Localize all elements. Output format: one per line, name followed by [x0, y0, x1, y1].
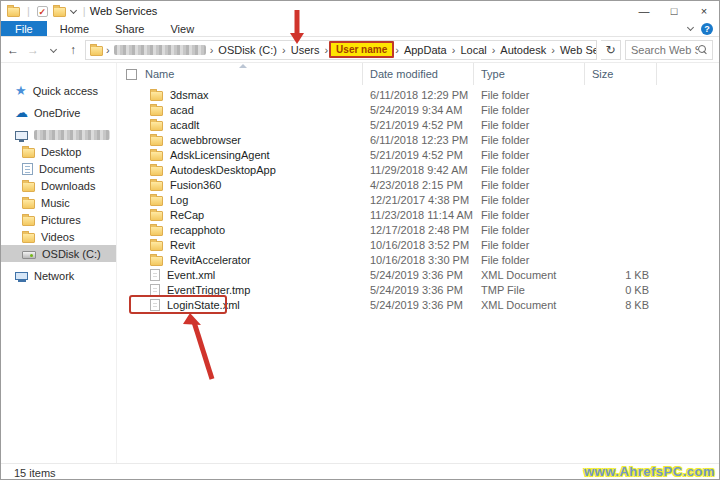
- column-header-size[interactable]: Size: [584, 63, 656, 85]
- forward-button[interactable]: →: [25, 43, 41, 57]
- file-row-loginstate-xml[interactable]: LoginState.xml5/24/2019 3:36 PMXML Docum…: [117, 297, 719, 312]
- file-type: File folder: [473, 239, 584, 251]
- file-row-acadlt[interactable]: acadlt5/21/2019 4:52 PMFile folder: [117, 117, 719, 132]
- file-row-eventtrigger-tmp[interactable]: EventTrigger.tmp5/24/2019 3:36 PMTMP Fil…: [117, 282, 719, 297]
- sidebar-item-desktop[interactable]: Desktop: [1, 143, 116, 160]
- sidebar-item-label: Desktop: [41, 146, 81, 158]
- back-button[interactable]: ←: [5, 43, 21, 57]
- breadcrumb-censored[interactable]: [114, 45, 206, 55]
- folder-icon: [150, 241, 163, 251]
- folder-icon: [22, 216, 35, 226]
- sidebar-item-osdisk-c-[interactable]: OSDisk (C:): [1, 245, 116, 262]
- file-name: ReCap: [170, 209, 204, 221]
- ribbon-tab-bar: FileHomeShareView ?: [1, 21, 719, 37]
- sidebar-item-network[interactable]: Network: [1, 267, 116, 284]
- address-bar[interactable]: › ›OSDisk (C:)›Users›User name›AppData›L…: [85, 40, 597, 60]
- file-row-event-xml[interactable]: Event.xml5/24/2019 3:36 PMXML Document1 …: [117, 267, 719, 282]
- sidebar-item-onedrive[interactable]: ☁OneDrive: [1, 104, 116, 121]
- maximize-button[interactable]: □: [659, 1, 689, 21]
- minimize-button[interactable]: —: [629, 1, 659, 21]
- up-button[interactable]: ↑: [65, 43, 81, 57]
- search-icon[interactable]: [698, 45, 707, 54]
- column-header-date-modified[interactable]: Date modified: [362, 63, 473, 85]
- sidebar-item-censored[interactable]: [1, 126, 116, 143]
- refresh-button[interactable]: ↻: [601, 40, 621, 60]
- breadcrumb-appdata[interactable]: AppData: [400, 42, 451, 58]
- file-row-revit[interactable]: Revit10/16/2018 3:52 PMFile folder: [117, 237, 719, 252]
- file-date-modified: 10/16/2018 3:52 PM: [362, 239, 473, 251]
- file-type: File folder: [473, 254, 584, 266]
- file-row-recapphoto[interactable]: recapphoto12/17/2018 2:48 PMFile folder: [117, 222, 719, 237]
- sidebar-item-quick-access[interactable]: ★Quick access: [1, 82, 116, 99]
- document-icon: [150, 269, 160, 281]
- file-name: AdskLicensingAgent: [170, 149, 270, 161]
- search-input[interactable]: [631, 44, 698, 56]
- file-type: File folder: [473, 194, 584, 206]
- close-button[interactable]: ×: [689, 1, 719, 21]
- sidebar-item-label: OSDisk (C:): [42, 248, 101, 260]
- tab-home[interactable]: Home: [47, 21, 102, 36]
- breadcrumb-user-name[interactable]: User name: [329, 41, 394, 58]
- column-header-type[interactable]: Type: [473, 63, 584, 85]
- file-type: XML Document: [473, 299, 584, 311]
- file-date-modified: 5/21/2019 4:52 PM: [362, 119, 473, 131]
- breadcrumb-local[interactable]: Local: [456, 42, 490, 58]
- file-date-modified: 11/23/2018 11:14 AM: [362, 209, 473, 221]
- tab-file[interactable]: File: [1, 21, 47, 36]
- folder-icon: [22, 182, 35, 192]
- folder-icon: [150, 136, 163, 146]
- sidebar-item-music[interactable]: Music: [1, 194, 116, 211]
- file-row-autodeskdesktopapp[interactable]: AutodeskDesktopApp11/29/2018 9:42 AMFile…: [117, 162, 719, 177]
- breadcrumb-autodesk[interactable]: Autodesk: [496, 42, 550, 58]
- title-bar: | ✓ | Web Services — □ ×: [1, 1, 719, 21]
- file-size: 1 KB: [584, 269, 656, 281]
- sidebar-item-downloads[interactable]: Downloads: [1, 177, 116, 194]
- breadcrumb-users[interactable]: Users: [287, 42, 324, 58]
- file-row-acwebbrowser[interactable]: acwebbrowser6/11/2018 12:23 PMFile folde…: [117, 132, 719, 147]
- sidebar-item-documents[interactable]: Documents: [1, 160, 116, 177]
- file-date-modified: 5/21/2019 4:52 PM: [362, 149, 473, 161]
- navigation-pane: ★Quick access☁OneDriveDesktopDocumentsDo…: [1, 63, 116, 463]
- folder-icon: [150, 91, 163, 101]
- tab-view[interactable]: View: [157, 21, 207, 36]
- file-date-modified: 5/24/2019 3:36 PM: [362, 299, 473, 311]
- cloud-icon: ☁: [15, 106, 28, 119]
- file-row-log[interactable]: Log12/21/2017 4:38 PMFile folder: [117, 192, 719, 207]
- file-name: RevitAccelerator: [170, 254, 251, 266]
- breadcrumb-web-services[interactable]: Web Services: [556, 42, 597, 58]
- sidebar-item-videos[interactable]: Videos: [1, 228, 116, 245]
- select-all-checkbox[interactable]: [126, 69, 137, 80]
- history-dropdown-icon[interactable]: [45, 43, 61, 57]
- status-bar: 15 items www.AhrefsPC.com: [1, 463, 719, 480]
- file-row-adsklicensingagent[interactable]: AdskLicensingAgent5/21/2019 4:52 PMFile …: [117, 147, 719, 162]
- file-row-recap[interactable]: ReCap11/23/2018 11:14 AMFile folder: [117, 207, 719, 222]
- ribbon-collapse-icon[interactable]: [687, 24, 694, 31]
- qat-folder-icon[interactable]: [53, 7, 66, 17]
- file-list-pane: Name Date modified Type Size 3dsmax6/11/…: [116, 63, 719, 463]
- file-size: 0 KB: [584, 284, 656, 296]
- file-name: EventTrigger.tmp: [167, 284, 250, 296]
- file-row-revitaccelerator[interactable]: RevitAccelerator10/16/2018 3:30 PMFile f…: [117, 252, 719, 267]
- sort-ascending-icon: [239, 64, 247, 68]
- tab-share[interactable]: Share: [102, 21, 157, 36]
- file-date-modified: 5/24/2019 3:36 PM: [362, 269, 473, 281]
- file-row-3dsmax[interactable]: 3dsmax6/11/2018 12:29 PMFile folder: [117, 87, 719, 102]
- file-row-fusion360[interactable]: Fusion3604/23/2018 2:15 PMFile folder: [117, 177, 719, 192]
- star-icon: ★: [15, 84, 27, 97]
- folder-icon: [22, 199, 35, 209]
- watermark: www.AhrefsPC.com: [584, 464, 715, 479]
- sidebar-item-pictures[interactable]: Pictures: [1, 211, 116, 228]
- qat-checked-doc-icon[interactable]: ✓: [37, 6, 48, 17]
- quick-access-toolbar: | ✓ |: [1, 5, 88, 17]
- file-name: AutodeskDesktopApp: [170, 164, 276, 176]
- file-type: TMP File: [473, 284, 584, 296]
- sidebar-item-label: Pictures: [41, 214, 81, 226]
- file-row-acad[interactable]: acad5/24/2019 9:34 AMFile folder: [117, 102, 719, 117]
- file-name: Event.xml: [167, 269, 215, 281]
- window-title: Web Services: [90, 5, 158, 17]
- help-icon[interactable]: ?: [701, 23, 713, 35]
- qat-dropdown-icon[interactable]: [70, 6, 77, 13]
- breadcrumb-osdisk-c-[interactable]: OSDisk (C:): [214, 42, 281, 58]
- address-folder-icon: [90, 46, 103, 56]
- file-name: Log: [170, 194, 188, 206]
